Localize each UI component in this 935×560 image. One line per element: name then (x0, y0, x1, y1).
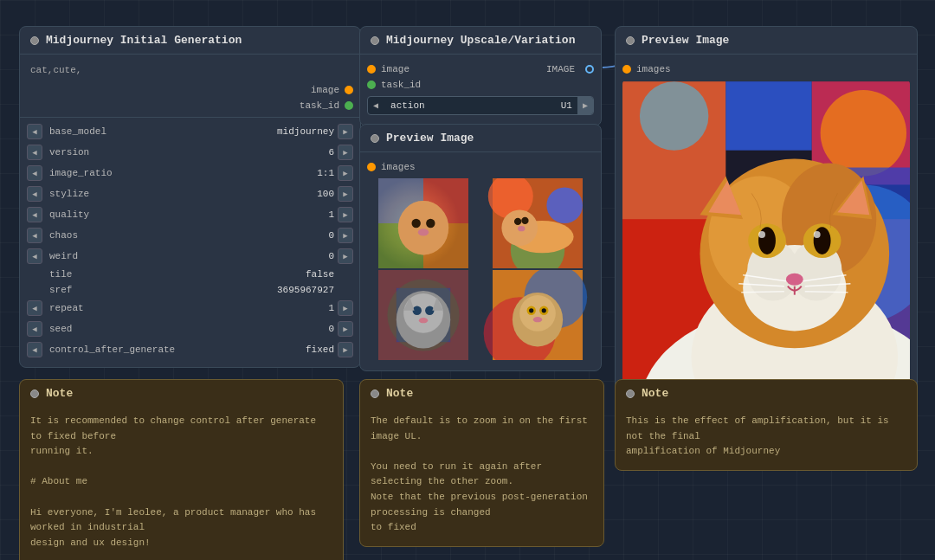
weird-label: weird (46, 251, 190, 261)
param-sref: sref 3695967927 (20, 282, 360, 298)
port-image-in-label: image (381, 64, 409, 74)
note-left-body: It is recommended to change control afte… (20, 407, 343, 560)
param-image-ratio: ◀ image_ratio 1:1 ▶ (20, 163, 360, 183)
param-base-model: ◀ base_model midjourney ▶ (20, 121, 360, 142)
svg-point-7 (398, 201, 448, 254)
seed-right-btn[interactable]: ▶ (338, 321, 353, 337)
svg-point-38 (529, 308, 533, 312)
weird-value: 0 (194, 251, 335, 261)
svg-point-18 (521, 217, 528, 224)
sref-label: sref (46, 285, 190, 295)
action-selector[interactable]: ◀ action U1 ▶ (367, 96, 594, 115)
repeat-right-btn[interactable]: ▶ (338, 300, 353, 316)
repeat-left-btn[interactable]: ◀ (27, 300, 42, 316)
note-right-dot (626, 389, 635, 398)
preview-big-indicator (626, 36, 635, 45)
mj-initial-body: cat,cute, image task_id ◀ base_model mid… (20, 55, 360, 367)
chaos-left-btn[interactable]: ◀ (27, 228, 42, 243)
param-tile: tile false (20, 267, 360, 282)
seed-left-btn[interactable]: ◀ (27, 321, 42, 337)
svg-point-61 (814, 227, 831, 254)
port-image-dot[interactable] (345, 86, 353, 94)
control-right-btn[interactable]: ▶ (338, 342, 353, 357)
action-right-arrow[interactable]: ▶ (577, 97, 593, 114)
mj-initial-header: Midjourney Initial Generation (20, 27, 360, 55)
action-inner: action (384, 97, 556, 114)
quality-left-btn[interactable]: ◀ (27, 207, 42, 222)
prompt-text: cat,cute, (30, 65, 81, 75)
note-right-body: This is the effect of amplification, but… (616, 407, 917, 470)
port-taskid-dot[interactable] (345, 101, 353, 110)
port-image-label: image (27, 85, 339, 95)
svg-point-60 (758, 227, 776, 254)
port-IMAGE-out-dot[interactable] (585, 65, 594, 74)
tile-value: false (194, 269, 335, 280)
preview-big-header: Preview Image (616, 27, 917, 55)
base-model-right-btn[interactable]: ▶ (338, 124, 353, 139)
port-image-out: image (20, 82, 360, 98)
preview-small-indicator (371, 134, 379, 143)
mj-initial-title: Midjourney Initial Generation (46, 34, 242, 47)
note-right-node: Note This is the effect of amplification… (615, 379, 918, 471)
param-weird: ◀ weird 0 ▶ (20, 246, 360, 267)
port-image-in-dot[interactable] (367, 65, 376, 74)
ratio-right-btn[interactable]: ▶ (338, 165, 353, 181)
repeat-value: 1 (194, 303, 335, 313)
chaos-label: chaos (46, 230, 190, 241)
weird-left-btn[interactable]: ◀ (27, 248, 42, 264)
note-middle-node: Note The default is to zoom in on the fi… (359, 379, 604, 547)
stylize-right-btn[interactable]: ▶ (338, 186, 353, 202)
quality-value: 1 (194, 209, 335, 220)
port-images-big-dot[interactable] (622, 65, 631, 74)
param-control-after: ◀ control_after_generate fixed ▶ (20, 339, 360, 360)
preview-small-node: Preview Image images (359, 124, 602, 371)
svg-point-62 (758, 231, 765, 238)
preview-small-body: images (360, 152, 601, 370)
port-images-label: images (381, 162, 416, 172)
quality-right-btn[interactable]: ▶ (338, 207, 353, 222)
version-value: 6 (194, 147, 335, 158)
base-model-left-btn[interactable]: ◀ (27, 124, 42, 139)
upscale-node-indicator (371, 36, 379, 45)
note-middle-header: Note (360, 380, 603, 407)
action-left-arrow[interactable]: ◀ (368, 97, 384, 114)
param-quality: ◀ quality 1 ▶ (20, 204, 360, 225)
mj-upscale-body: image IMAGE task_id ◀ action U1 ▶ (360, 55, 601, 126)
mj-upscale-title: Midjourney Upscale/Variation (386, 34, 575, 47)
svg-point-17 (514, 218, 521, 225)
port-images-dot[interactable] (367, 163, 376, 171)
port-images-in: images (360, 159, 601, 175)
repeat-label: repeat (46, 303, 190, 313)
preview-big-title: Preview Image (642, 34, 729, 47)
weird-right-btn[interactable]: ▶ (338, 248, 353, 264)
base-model-value: midjourney (194, 126, 335, 137)
control-left-btn[interactable]: ◀ (27, 342, 42, 357)
preview-img-tr (481, 178, 594, 268)
note-left-header: Note (20, 380, 343, 407)
note-left-dot (30, 389, 39, 398)
svg-point-9 (426, 219, 435, 228)
port-taskid-in-dot[interactable] (367, 80, 376, 89)
port-images-big-in: images (616, 61, 917, 77)
mj-initial-node: Midjourney Initial Generation cat,cute, … (19, 26, 361, 368)
prompt-area: cat,cute, (20, 61, 360, 82)
param-repeat: ◀ repeat 1 ▶ (20, 298, 360, 319)
port-image-in: image IMAGE (360, 61, 601, 77)
version-right-btn[interactable]: ▶ (338, 145, 353, 160)
param-chaos: ◀ chaos 0 ▶ (20, 225, 360, 246)
action-value: action (390, 100, 549, 111)
node-indicator (30, 36, 39, 45)
preview-img-tl (367, 178, 480, 268)
stylize-left-btn[interactable]: ◀ (27, 186, 42, 202)
version-left-btn[interactable]: ◀ (27, 145, 42, 160)
mj-upscale-header: Midjourney Upscale/Variation (360, 27, 601, 55)
chaos-right-btn[interactable]: ▶ (338, 228, 353, 243)
stylize-label: stylize (46, 189, 190, 199)
svg-point-28 (419, 318, 428, 323)
ratio-left-btn[interactable]: ◀ (27, 165, 42, 181)
stylize-value: 100 (194, 189, 335, 199)
param-seed: ◀ seed 0 ▶ (20, 319, 360, 339)
svg-line-68 (741, 292, 784, 293)
param-stylize: ◀ stylize 100 ▶ (20, 183, 360, 204)
svg-rect-43 (725, 81, 811, 151)
